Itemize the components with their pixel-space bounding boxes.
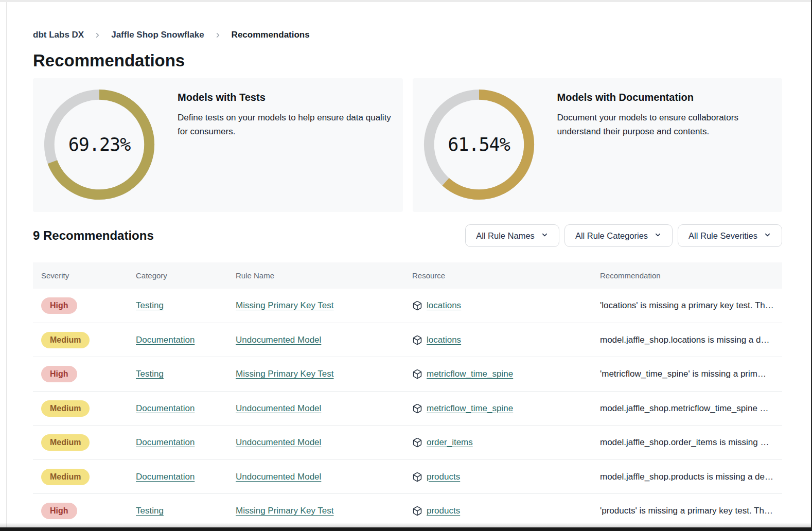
rule-name-link[interactable]: Missing Primary Key Test <box>236 300 334 311</box>
severity-badge: High <box>41 297 77 314</box>
table-row: Medium Documentation Undocumented Model … <box>33 460 782 494</box>
recommendations-count: 9 Recommendations <box>33 228 154 243</box>
rule-categories-filter-dropdown[interactable]: All Rule Categories <box>564 224 673 247</box>
recommendation-text: model.jaffle_shop.order_items is missing… <box>592 437 782 448</box>
resource-link[interactable]: locations <box>427 300 461 311</box>
rule-name-link[interactable]: Undocumented Model <box>236 403 321 414</box>
rule-categories-filter-label: All Rule Categories <box>575 231 648 241</box>
package-icon <box>412 403 422 414</box>
documentation-card-text: Models with Documentation Document your … <box>557 78 766 212</box>
documentation-percentage-value: 61.54% <box>423 89 535 200</box>
category-link[interactable]: Testing <box>136 300 164 311</box>
tests-card-text: Models with Tests Define tests on your m… <box>178 78 403 212</box>
breadcrumb-item-dbt-labs-dx[interactable]: dbt Labs DX <box>33 30 84 40</box>
tests-card-title: Models with Tests <box>178 92 395 103</box>
rule-severities-filter-dropdown[interactable]: All Rule Severities <box>678 224 782 247</box>
breadcrumb: dbt Labs DX Jaffle Shop Snowflake Recomm… <box>33 30 782 40</box>
table-row: Medium Documentation Undocumented Model … <box>33 426 782 460</box>
page-title: Recommendations <box>33 51 782 70</box>
main-content: dbt Labs DX Jaffle Shop Snowflake Recomm… <box>33 0 782 528</box>
rule-names-filter-dropdown[interactable]: All Rule Names <box>465 224 559 247</box>
app-window: dbt Labs DX Jaffle Shop Snowflake Recomm… <box>0 0 812 531</box>
recommendation-text: model.jaffle_shop.metricflow_time_spine … <box>592 403 782 414</box>
chevron-down-icon <box>541 231 549 241</box>
chevron-right-icon <box>214 31 222 39</box>
severity-badge: Medium <box>41 332 90 348</box>
category-link[interactable]: Documentation <box>136 335 195 345</box>
table-row: Medium Documentation Undocumented Model … <box>33 392 782 426</box>
recommendation-text: model.jaffle_shop.locations is missing a… <box>592 335 782 345</box>
category-link[interactable]: Documentation <box>136 403 195 414</box>
severity-badge: High <box>41 503 77 519</box>
tests-card-description: Define tests on your models to help ensu… <box>178 111 395 138</box>
category-link[interactable]: Testing <box>136 369 164 379</box>
resource-link[interactable]: order_items <box>427 437 473 448</box>
bottom-fade <box>0 523 812 527</box>
table-body: High Testing Missing Primary Key Test lo… <box>33 289 782 528</box>
column-header-recommendation: Recommendation <box>592 271 782 280</box>
recommendations-table: Severity Category Rule Name Resource Rec… <box>33 262 782 528</box>
column-header-resource: Resource <box>404 271 592 280</box>
severity-badge: Medium <box>41 469 90 485</box>
table-row: High Testing Missing Primary Key Test lo… <box>33 289 782 323</box>
documentation-donut-chart: 61.54% <box>423 89 535 200</box>
rule-name-link[interactable]: Undocumented Model <box>236 437 321 448</box>
documentation-card-title: Models with Documentation <box>557 92 758 103</box>
recommendation-text: 'locations' is missing a primary key tes… <box>592 300 782 311</box>
recommendation-text: model.jaffle_shop.products is missing a … <box>592 472 782 482</box>
table-row: High Testing Missing Primary Key Test me… <box>33 357 782 392</box>
severity-badge: High <box>41 366 77 382</box>
chevron-right-icon <box>94 31 101 39</box>
chevron-down-icon <box>764 231 771 241</box>
category-link[interactable]: Testing <box>136 506 164 516</box>
table-row: Medium Documentation Undocumented Model … <box>33 323 782 358</box>
models-with-tests-card: 69.23% Models with Tests Define tests on… <box>33 78 403 212</box>
table-header-row: Severity Category Rule Name Resource Rec… <box>33 262 782 289</box>
recommendation-text: 'products' is missing a primary key test… <box>592 506 782 516</box>
rule-severities-filter-label: All Rule Severities <box>689 231 757 241</box>
window-bottom-edge <box>0 527 812 531</box>
rule-name-link[interactable]: Undocumented Model <box>236 335 321 345</box>
resource-link[interactable]: locations <box>427 335 461 345</box>
resource-link[interactable]: metricflow_time_spine <box>427 369 513 379</box>
tests-percentage-value: 69.23% <box>44 89 155 200</box>
column-header-rule-name: Rule Name <box>227 271 404 280</box>
package-icon <box>412 506 422 516</box>
rule-names-filter-label: All Rule Names <box>476 231 535 241</box>
models-with-documentation-card: 61.54% Models with Documentation Documen… <box>413 78 783 212</box>
rule-name-link[interactable]: Undocumented Model <box>236 472 321 482</box>
tests-donut-chart: 69.23% <box>44 89 155 200</box>
breadcrumb-item-recommendations: Recommendations <box>232 30 310 40</box>
panel-left-border <box>6 2 7 531</box>
metric-cards: 69.23% Models with Tests Define tests on… <box>33 78 782 212</box>
resource-link[interactable]: metricflow_time_spine <box>427 403 513 414</box>
rule-name-link[interactable]: Missing Primary Key Test <box>236 369 334 379</box>
package-icon <box>412 369 422 379</box>
breadcrumb-item-jaffle-shop-snowflake[interactable]: Jaffle Shop Snowflake <box>111 30 204 40</box>
recommendation-text: 'metricflow_time_spine' is missing a pri… <box>592 369 782 379</box>
severity-badge: Medium <box>41 400 90 417</box>
package-icon <box>412 335 422 345</box>
category-link[interactable]: Documentation <box>136 472 195 482</box>
resource-link[interactable]: products <box>427 506 460 516</box>
filter-bar: All Rule Names All Rule Categories All R… <box>465 224 782 247</box>
resource-link[interactable]: products <box>427 472 460 482</box>
category-link[interactable]: Documentation <box>136 437 195 448</box>
rule-name-link[interactable]: Missing Primary Key Test <box>236 506 334 516</box>
documentation-card-description: Document your models to ensure collabora… <box>557 111 758 138</box>
column-header-category: Category <box>128 271 227 280</box>
package-icon <box>412 300 422 311</box>
window-top-strip <box>0 0 812 2</box>
list-header: 9 Recommendations All Rule Names All Rul… <box>33 224 782 247</box>
package-icon <box>412 437 422 448</box>
severity-badge: Medium <box>41 434 90 451</box>
chevron-down-icon <box>654 231 662 241</box>
column-header-severity: Severity <box>33 271 128 280</box>
package-icon <box>412 472 422 482</box>
